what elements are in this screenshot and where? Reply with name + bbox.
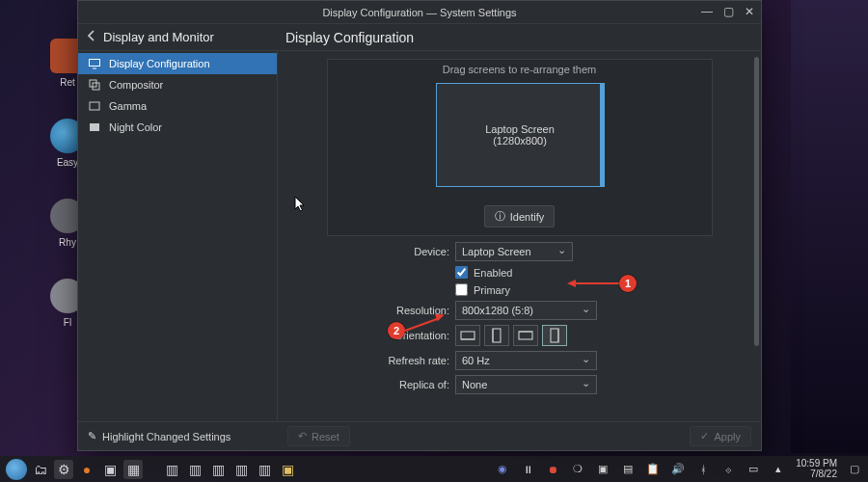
tray-clock[interactable]: 10:59 PM 7/8/22 [796, 459, 837, 479]
sidebar-item-night-color[interactable]: Night Color [78, 117, 277, 138]
tray-steam-icon[interactable]: ❍ [570, 463, 585, 475]
sidebar: Display Configuration Compositor Gamma N… [78, 51, 278, 421]
sidebar-item-label: Night Color [109, 121, 162, 133]
tray-bluetooth-icon[interactable]: ᚼ [695, 464, 711, 475]
gamma-icon [88, 99, 101, 113]
taskbar-pinned-icon[interactable]: ▥ [231, 460, 251, 479]
screen-laptop[interactable]: Laptop Screen (1280x800) [436, 83, 605, 187]
sidebar-item-display-configuration[interactable]: Display Configuration [78, 53, 277, 74]
taskbar-pinned-icon[interactable]: ▣ [278, 460, 297, 479]
maximize-button[interactable]: ▢ [720, 4, 736, 19]
close-button[interactable]: ✕ [742, 4, 757, 19]
sidebar-item-label: Gamma [109, 100, 147, 112]
taskbar-pinned-icon[interactable]: ▥ [185, 460, 204, 479]
replica-label: Replica of: [291, 379, 455, 390]
tray-record-icon[interactable]: ⏺ [545, 464, 560, 475]
tray-app-icon[interactable]: ▣ [595, 463, 610, 475]
tray-show-desktop-icon[interactable]: ▢ [847, 463, 862, 475]
tray-volume-icon[interactable]: 🔊 [670, 463, 686, 475]
replica-combobox[interactable]: None [455, 375, 597, 394]
tray-clipboard-icon[interactable]: 📋 [645, 463, 661, 475]
display-form: Device: Laptop Screen Enabled Primary Re… [291, 242, 747, 394]
refresh-value: 60 Hz [462, 355, 490, 366]
replica-value: None [462, 379, 487, 390]
primary-checkbox[interactable]: Primary [455, 283, 510, 296]
back-button[interactable] [86, 30, 97, 44]
orientation-group [455, 325, 567, 346]
svg-rect-6 [461, 332, 475, 339]
tray-chevron-up-icon[interactable]: ▴ [771, 463, 786, 475]
window-body: Display Configuration Compositor Gamma N… [78, 51, 761, 421]
check-icon: ✓ [700, 430, 709, 442]
start-button[interactable] [6, 459, 27, 480]
screen-arrange-area: Drag screens to re-arrange them Laptop S… [327, 59, 713, 236]
arrange-hint: Drag screens to re-arrange them [328, 60, 712, 79]
enabled-label: Enabled [474, 267, 512, 279]
taskbar-pinned-icon[interactable]: ▥ [208, 460, 228, 479]
desktop-icon-label: Easy [57, 157, 78, 168]
refresh-combobox[interactable]: 60 Hz [455, 351, 597, 370]
desktop-icon-label: Ret [60, 77, 75, 88]
minimize-button[interactable]: — [699, 4, 715, 19]
orientation-landscape-flipped-button[interactable] [513, 325, 538, 346]
tray-discord-icon[interactable]: ◉ [495, 463, 510, 475]
orientation-landscape-button[interactable] [455, 325, 480, 346]
orientation-portrait-button[interactable] [484, 325, 509, 346]
device-value: Laptop Screen [462, 246, 531, 257]
undo-icon: ↶ [298, 430, 307, 442]
resolution-value: 800x1280 (5:8) [462, 305, 533, 316]
wallpaper-right [791, 0, 868, 453]
desktop-root: Ret Easy Rhy Fl Display Configuration — … [0, 0, 868, 482]
svg-rect-0 [90, 60, 100, 67]
taskbar: 🗂 ⚙ ● ▣ ▦ ▥ ▥ ▥ ▥ ▥ ▣ ◉ ⏸ ⏺ ❍ ▣ ▤ 📋 🔊 ᚼ … [0, 456, 868, 482]
settings-window: Display Configuration — System Settings … [77, 0, 762, 451]
apply-button: ✓ Apply [690, 426, 751, 446]
info-icon: ⓘ [495, 209, 505, 224]
tray-pause-icon[interactable]: ⏸ [520, 464, 535, 475]
svg-rect-5 [90, 123, 99, 131]
reset-button: ↶ Reset [287, 426, 350, 446]
scrollbar[interactable] [754, 57, 759, 346]
identify-button[interactable]: ⓘ Identify [484, 205, 555, 228]
sidebar-item-gamma[interactable]: Gamma [78, 95, 277, 117]
taskbar-terminal-icon[interactable]: ▣ [100, 460, 120, 479]
orientation-label: Orientation: [291, 330, 455, 341]
screen-resolution: (1280x800) [493, 135, 547, 147]
sidebar-item-label: Display Configuration [109, 58, 210, 69]
tray-app-icon[interactable]: ▤ [620, 463, 636, 475]
taskbar-file-manager-icon[interactable]: 🗂 [31, 460, 50, 479]
night-icon [88, 120, 101, 134]
svg-rect-10 [519, 332, 532, 339]
header-row: Display and Monitor Display Configuratio… [78, 24, 761, 51]
monitor-icon [88, 57, 101, 70]
main-panel: Drag screens to re-arrange them Laptop S… [278, 51, 761, 421]
arrange-canvas[interactable]: Laptop Screen (1280x800) [328, 79, 712, 200]
sidebar-item-label: Compositor [109, 79, 163, 91]
taskbar-pinned-icon[interactable]: ▥ [255, 460, 274, 479]
section-title: Display and Monitor [103, 30, 214, 44]
resolution-combobox[interactable]: 800x1280 (5:8) [455, 301, 597, 320]
desktop-icon-label: Fl [64, 317, 71, 328]
device-combobox[interactable]: Laptop Screen [455, 242, 573, 261]
clock-date: 7/8/22 [796, 469, 837, 480]
tray-battery-icon[interactable]: ▭ [746, 463, 761, 475]
refresh-label: Refresh rate: [291, 355, 455, 366]
taskbar-pinned-icon[interactable]: ▥ [162, 460, 181, 479]
taskbar-firefox-icon[interactable]: ● [77, 460, 96, 479]
window-footer: ✎ Highlight Changed Settings ↶ Reset ✓ A… [78, 421, 761, 450]
window-titlebar[interactable]: Display Configuration — System Settings … [78, 1, 761, 24]
svg-rect-8 [493, 329, 501, 342]
enabled-checkbox[interactable]: Enabled [455, 266, 512, 279]
taskbar-app-icon[interactable]: ▦ [123, 460, 143, 479]
tray-network-icon[interactable]: ⟐ [720, 464, 736, 475]
page-title: Display Configuration [278, 30, 761, 45]
taskbar-settings-icon[interactable]: ⚙ [54, 460, 73, 479]
orientation-portrait-flipped-button[interactable] [542, 325, 567, 346]
highlight-changed-button[interactable]: ✎ Highlight Changed Settings [78, 430, 278, 442]
reset-label: Reset [312, 431, 339, 442]
window-title: Display Configuration — System Settings [322, 7, 516, 18]
screen-name: Laptop Screen [485, 123, 555, 135]
svg-rect-4 [90, 102, 99, 110]
sidebar-item-compositor[interactable]: Compositor [78, 74, 277, 95]
highlight-icon: ✎ [88, 430, 96, 442]
